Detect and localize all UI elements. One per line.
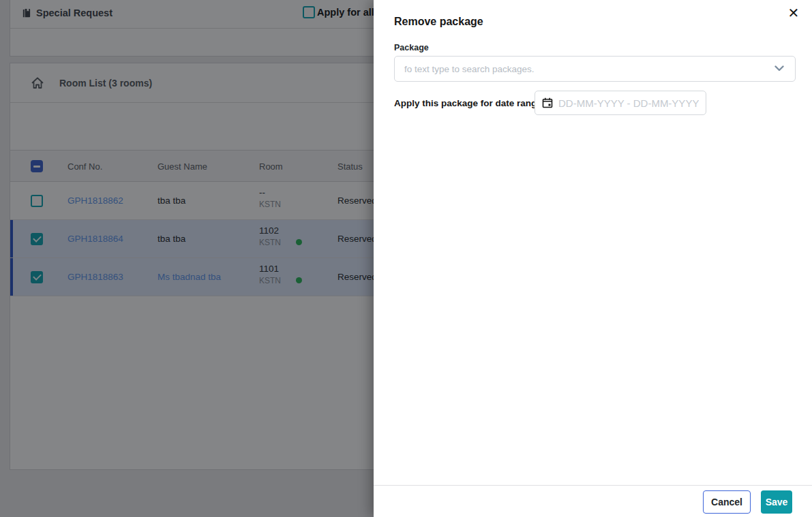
screen: Special Request Apply for all Room List …: [0, 0, 812, 517]
package-label: Package: [394, 43, 429, 52]
date-range-field[interactable]: [535, 91, 706, 115]
date-range-input[interactable]: [558, 97, 699, 109]
save-button[interactable]: Save: [761, 490, 792, 514]
package-select-placeholder: fo text type to search packages.: [404, 64, 535, 74]
chevron-down-icon: [775, 65, 784, 72]
remove-package-modal: Remove package ✕ Package fo text type to…: [374, 0, 812, 517]
close-icon[interactable]: ✕: [785, 4, 802, 22]
modal-title: Remove package: [394, 16, 483, 28]
calendar-icon: [542, 97, 553, 108]
modal-footer: Cancel Save: [374, 485, 812, 517]
cancel-button[interactable]: Cancel: [703, 490, 751, 514]
date-range-label: Apply this package for date range: [394, 98, 542, 108]
package-select[interactable]: fo text type to search packages.: [394, 56, 796, 82]
